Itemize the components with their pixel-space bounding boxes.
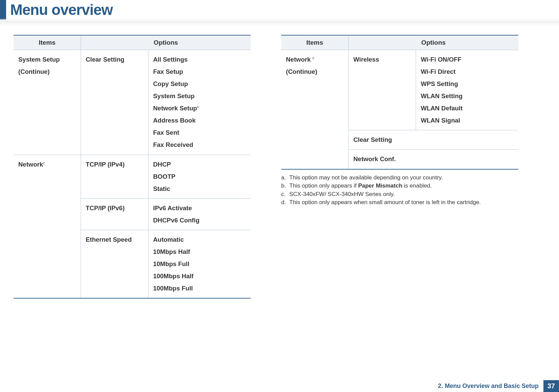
options-cell: All Settings Fax Setup Copy Setup System… xyxy=(148,50,251,155)
footnote-ref: c xyxy=(197,105,199,109)
option-label: DHCP xyxy=(153,158,246,171)
item-label-line2: (Continue) xyxy=(286,66,344,78)
page-number: 37 xyxy=(543,380,559,392)
submenu-cell: Clear Setting xyxy=(81,50,148,155)
menu-table-right: Items Options Network c (Continue) Wirel… xyxy=(281,35,518,170)
col-header-items: Items xyxy=(281,35,349,50)
footnote-text: This option only appears when small amou… xyxy=(289,198,481,207)
item-label: System Setup (Continue) xyxy=(18,53,76,78)
item-cell: Network c (Continue) xyxy=(281,50,349,169)
option-label: 100Mbps Half xyxy=(153,270,246,282)
option-label: DHCPv6 Config xyxy=(153,214,246,226)
footnotes: a. This option may not be available depe… xyxy=(281,174,518,207)
col-header-options: Options xyxy=(81,35,251,50)
item-cell: System Setup (Continue) xyxy=(14,50,81,155)
submenu-cell: TCP/IP (IPv4) xyxy=(81,155,148,198)
title-shadow xyxy=(0,22,559,26)
menu-table-left: Items Options System Setup (Continue) Cl… xyxy=(14,35,251,299)
footnote-d: d. This option only appears when small a… xyxy=(281,198,518,207)
item-label: Network xyxy=(18,161,43,168)
option-label: Network Conf. xyxy=(353,153,514,165)
left-column: Items Options System Setup (Continue) Cl… xyxy=(14,35,251,299)
footnote-text-bold: Paper Mismatch xyxy=(358,182,402,189)
footnote-text: This option only appears if Paper Mismat… xyxy=(289,182,432,190)
option-label: Fax Received xyxy=(153,139,246,151)
submenu-label: TCP/IP (IPv4) xyxy=(86,158,143,171)
option-label: WLAN Signal xyxy=(421,114,514,127)
footnote-text-pre: This option only appears if xyxy=(289,182,358,189)
option-label: Copy Setup xyxy=(153,78,246,90)
right-column: Items Options Network c (Continue) Wirel… xyxy=(281,35,518,299)
options-cell: Automatic 10Mbps Half 10Mbps Full 100Mbp… xyxy=(148,230,251,298)
option-label: All Settings xyxy=(153,53,246,66)
submenu-cell: Wireless xyxy=(349,50,416,130)
footnote-ref: c xyxy=(43,160,45,165)
title-bar: Menu overview xyxy=(0,0,559,20)
option-label: Network Setupc xyxy=(153,102,246,114)
footnote-letter: d. xyxy=(281,198,287,207)
option-label: Wi-Fi ON/OFF xyxy=(421,53,514,66)
submenu-label: TCP/IP (IPv6) xyxy=(86,202,143,214)
option-label: BOOTP xyxy=(153,171,246,183)
option-label: 100Mbps Full xyxy=(153,282,246,295)
table-row: Networkc TCP/IP (IPv4) DHCP BOOTP Static xyxy=(14,155,251,198)
option-label: Fax Setup xyxy=(153,66,246,78)
full-option-cell: Network Conf. xyxy=(349,150,519,169)
option-label: WPS Setting xyxy=(421,78,514,90)
item-label: Network xyxy=(286,56,312,63)
option-label: Wi-Fi Direct xyxy=(421,66,514,78)
option-label: 10Mbps Half xyxy=(153,246,246,258)
footnote-letter: a. xyxy=(281,174,287,182)
table-row: System Setup (Continue) Clear Setting Al… xyxy=(14,50,251,155)
options-cell: DHCP BOOTP Static xyxy=(148,155,251,198)
option-label: WLAN Setting xyxy=(421,90,514,102)
option-text: Network Setup xyxy=(153,105,197,112)
col-header-options: Options xyxy=(349,35,519,50)
submenu-label: Ethernet Speed xyxy=(86,234,143,246)
option-label: WLAN Default xyxy=(421,102,514,114)
option-label: Automatic xyxy=(153,234,246,246)
col-header-items: Items xyxy=(14,35,81,50)
options-cell: Wi-Fi ON/OFF Wi-Fi Direct WPS Setting WL… xyxy=(416,50,519,130)
option-label: Address Book xyxy=(153,114,246,127)
options-cell: IPv6 Activate DHCPv6 Config xyxy=(148,198,251,230)
submenu-cell: TCP/IP (IPv6) xyxy=(81,198,148,230)
footnote-text-post: is enabled. xyxy=(402,182,432,189)
submenu-label: Clear Setting xyxy=(86,53,143,66)
option-label: Clear Setting xyxy=(353,134,514,146)
option-label: 10Mbps Full xyxy=(153,258,246,270)
footnote-c: c. SCX-340xFW/ SCX-340xHW Series only. xyxy=(281,190,518,199)
footnote-text: SCX-340xFW/ SCX-340xHW Series only. xyxy=(289,190,395,199)
title-underline xyxy=(0,19,559,22)
option-label: Static xyxy=(153,183,246,195)
option-label: IPv6 Activate xyxy=(153,202,246,214)
footnote-letter: c. xyxy=(281,190,287,199)
footnote-b: b. This option only appears if Paper Mis… xyxy=(281,182,518,190)
item-cell: Networkc xyxy=(14,155,81,298)
title-accent-block xyxy=(0,0,6,20)
submenu-label: Wireless xyxy=(353,53,411,66)
submenu-cell: Ethernet Speed xyxy=(81,230,148,298)
full-option-cell: Clear Setting xyxy=(349,130,519,150)
page-title: Menu overview xyxy=(10,1,112,18)
chapter-label: 2. Menu Overview and Basic Setup xyxy=(438,383,539,390)
option-label: Fax Sent xyxy=(153,127,246,139)
footnote-letter: b. xyxy=(281,182,287,190)
footnote-ref: c xyxy=(312,56,314,60)
footnote-a: a. This option may not be available depe… xyxy=(281,174,518,182)
table-row: Network c (Continue) Wireless Wi-Fi ON/O… xyxy=(281,50,518,130)
page-footer: 2. Menu Overview and Basic Setup 37 xyxy=(438,380,559,392)
footnote-text: This option may not be available dependi… xyxy=(289,174,443,182)
option-label: System Setup xyxy=(153,90,246,102)
